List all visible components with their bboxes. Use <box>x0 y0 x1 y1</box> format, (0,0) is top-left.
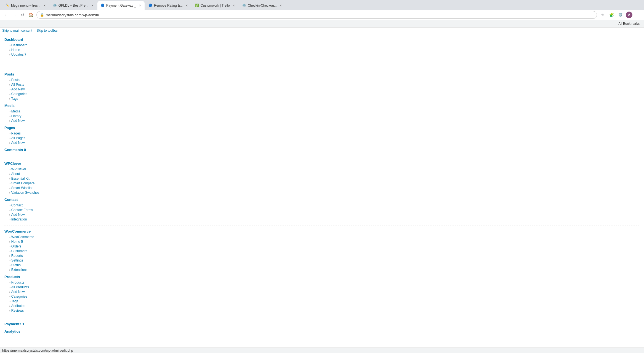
submenu-link-reviews[interactable]: Reviews <box>11 309 24 312</box>
menu-spacer-3 <box>4 153 640 160</box>
submenu-link-status[interactable]: Status <box>11 263 21 267</box>
tab-6[interactable]: ⚙️ Checkin-Checkou... ✕ <box>239 1 285 10</box>
submenu-link-categories[interactable]: Categories <box>11 92 27 96</box>
submenu-link-media[interactable]: Media <box>11 109 20 113</box>
submenu-link-posts[interactable]: Posts <box>11 78 20 82</box>
menu-button[interactable]: ⋮ <box>634 11 642 19</box>
back-button[interactable]: ← <box>2 11 10 19</box>
menu-analytics[interactable]: Analytics <box>4 329 640 334</box>
submenu-link-updates[interactable]: Updates 7 <box>11 53 26 56</box>
submenu-link-all-products[interactable]: All Products <box>11 285 29 289</box>
menu-pages[interactable]: Pages <box>4 125 640 130</box>
submenu-link-customers[interactable]: Customers <box>11 249 27 253</box>
menu-wpclever[interactable]: WPClever <box>4 161 640 166</box>
submenu-item: Add New <box>9 140 640 145</box>
submenu-link-tags[interactable]: Tags <box>11 97 18 101</box>
extension-icon[interactable]: 🧩 <box>608 11 615 19</box>
submenu-link-wpclever[interactable]: WPClever <box>11 167 26 171</box>
submenu-link-smart-wishlist[interactable]: Smart Wishlist <box>11 186 33 190</box>
menu-posts[interactable]: Posts <box>4 72 640 77</box>
submenu-dashboard: Dashboard Home Updates 7 <box>4 43 640 57</box>
submenu-link-contact-forms[interactable]: Contact Forms <box>11 208 33 212</box>
submenu-link-attributes[interactable]: Attributes <box>11 304 25 308</box>
submenu-item: Essential Kit <box>9 176 640 181</box>
submenu-link-all-posts[interactable]: All Posts <box>11 83 24 87</box>
submenu-link-reports[interactable]: Reports <box>11 254 23 258</box>
tab-close-5[interactable]: ✕ <box>233 4 235 7</box>
tab-2[interactable]: ⚙️ GPLDL – Best Pre... ✕ <box>50 1 97 10</box>
forward-button[interactable]: → <box>10 11 18 19</box>
menu-contact[interactable]: Contact <box>4 197 640 202</box>
tab-4[interactable]: 🔵 Remove Rating &... ✕ <box>145 1 191 10</box>
submenu-link-all-pages[interactable]: All Pages <box>11 136 25 140</box>
tab-close-6[interactable]: ✕ <box>280 4 282 7</box>
submenu-link-extensions[interactable]: Extensions <box>11 268 28 272</box>
submenu-link-home5[interactable]: Home 5 <box>11 240 23 244</box>
submenu-link-add-new-page[interactable]: Add New <box>11 141 25 145</box>
submenu-link-home[interactable]: Home <box>11 48 20 52</box>
submenu-link-pages[interactable]: Pages <box>11 131 21 135</box>
submenu-link-product-tags[interactable]: Tags <box>11 299 18 303</box>
menu-section-media: Media Media Library Add New <box>4 102 640 124</box>
home-button[interactable]: 🏠 <box>27 11 35 19</box>
menu-comments[interactable]: Comments 0 <box>4 147 640 152</box>
menu-separator-item <box>4 223 640 228</box>
submenu-link-about[interactable]: About <box>11 172 20 176</box>
submenu-item: Smart Compare <box>9 181 640 185</box>
submenu-link-add-new-contact[interactable]: Add New <box>11 213 25 217</box>
submenu-posts: Posts All Posts Add New Categories Tags <box>4 77 640 101</box>
bookmark-star-icon[interactable]: ☆ <box>599 11 606 19</box>
submenu-link-integration[interactable]: Integration <box>11 217 27 221</box>
submenu-link-settings[interactable]: Settings <box>11 258 23 262</box>
submenu-link-contact[interactable]: Contact <box>11 203 23 207</box>
address-bar[interactable]: 🔒 mermaidscrystals.com/wp-admin/ <box>36 11 597 19</box>
submenu-link-orders[interactable]: Orders <box>11 244 22 248</box>
tab-label-2: GPLDL – Best Pre... <box>58 4 88 7</box>
submenu-link-library[interactable]: Library <box>11 114 22 118</box>
shield-icon[interactable]: 🛡️ <box>616 11 624 19</box>
tab-3[interactable]: 🔵 Payment Gateway _ ✕ <box>97 1 145 10</box>
submenu-link-woocommerce[interactable]: WooCommerce <box>11 235 34 239</box>
submenu-item: Add New <box>9 289 640 294</box>
submenu-link-essential-kit[interactable]: Essential Kit <box>11 177 30 180</box>
menu-woocommerce[interactable]: WooCommerce <box>4 229 640 234</box>
skip-to-main[interactable]: Skip to main content <box>2 29 32 33</box>
tab-close-1[interactable]: ✕ <box>43 4 46 7</box>
tab-close-2[interactable]: ✕ <box>91 4 94 7</box>
skip-links: Skip to main content Skip to toolbar <box>0 28 644 34</box>
submenu-item: Media <box>9 109 640 114</box>
submenu-link-add-new-product[interactable]: Add New <box>11 290 25 294</box>
menu-dashboard[interactable]: Dashboard <box>4 37 640 42</box>
submenu-item: Orders <box>9 244 640 249</box>
submenu-item: Tags <box>9 299 640 303</box>
tab-close-3[interactable]: ✕ <box>139 4 141 7</box>
tab-close-4[interactable]: ✕ <box>185 4 188 7</box>
submenu-item: About <box>9 171 640 176</box>
menu-section-wpclever: WPClever WPClever About Essential Kit Sm… <box>4 160 640 196</box>
menu-payments[interactable]: Payments 1 <box>4 321 640 327</box>
status-bar: https://mermaidscrystals.com/wp-admin/ed… <box>0 347 644 353</box>
submenu-link-smart-compare[interactable]: Smart Compare <box>11 181 35 185</box>
profile-button[interactable]: A <box>625 11 633 19</box>
menu-media[interactable]: Media <box>4 103 640 108</box>
tab-favicon-3: 🔵 <box>101 4 105 7</box>
browser-tabs: ✏️ Mega menu – fres... ✕ ⚙️ GPLDL – Best… <box>0 0 644 10</box>
refresh-button[interactable]: ↺ <box>19 11 26 19</box>
menu-section-pages: Pages Pages All Pages Add New <box>4 124 640 146</box>
submenu-link-product-categories[interactable]: Categories <box>11 295 27 298</box>
menu-section-products: Products Products All Products Add New C… <box>4 273 640 314</box>
tab-1[interactable]: ✏️ Mega menu – fres... ✕ <box>2 1 49 10</box>
submenu-link-products[interactable]: Products <box>11 281 24 284</box>
skip-to-toolbar[interactable]: Skip to toolbar <box>37 29 58 33</box>
submenu-link-add-new-media[interactable]: Add New <box>11 119 25 123</box>
tab-5[interactable]: ✅ Customwork | Trello ✕ <box>192 1 238 10</box>
submenu-wpclever: WPClever About Essential Kit Smart Compa… <box>4 167 640 195</box>
submenu-link-dashboard[interactable]: Dashboard <box>11 43 28 47</box>
submenu-link-add-new-post[interactable]: Add New <box>11 87 25 91</box>
menu-products[interactable]: Products <box>4 274 640 279</box>
submenu-link-variation-swatches[interactable]: Variation Swatches <box>11 191 39 195</box>
all-bookmarks-button[interactable]: All Bookmarks <box>616 21 642 26</box>
submenu-item: Add New <box>9 212 640 217</box>
browser-action-buttons: ☆ 🧩 🛡️ A ⋮ <box>599 11 642 19</box>
menu-section-comments: Comments 0 <box>4 146 640 153</box>
